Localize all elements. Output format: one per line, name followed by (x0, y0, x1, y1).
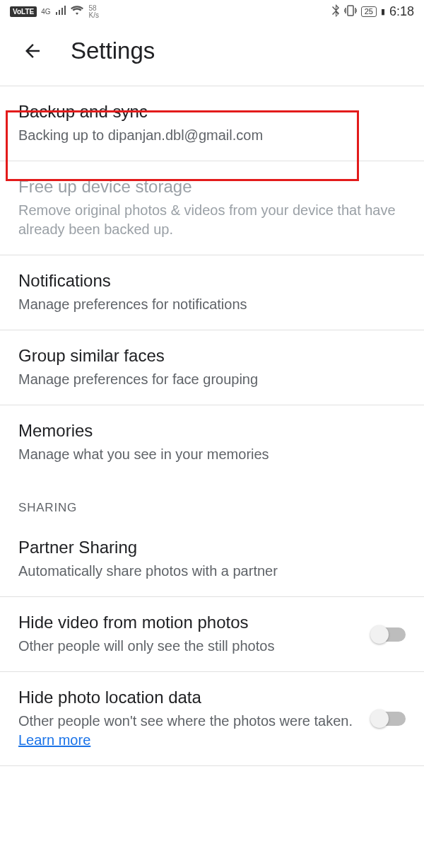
wifi-icon (71, 6, 83, 18)
setting-subtitle: Backing up to dipanjan.dbl@gmail.com (18, 126, 406, 145)
battery-level: 25 (361, 6, 377, 17)
signal-icon (55, 6, 66, 18)
setting-subtitle: Manage preferences for notifications (18, 295, 406, 314)
vibrate-icon (344, 5, 357, 18)
app-header: Settings (0, 22, 424, 86)
network-type: 4G (41, 8, 50, 16)
setting-subtitle: Other people will only see the still pho… (18, 637, 360, 656)
bluetooth-icon (331, 4, 340, 19)
setting-memories[interactable]: Memories Manage what you see in your mem… (0, 405, 424, 480)
toggle-knob (370, 625, 389, 644)
status-right: 25 ▮ 6:18 (331, 4, 414, 19)
setting-title: Hide photo location data (18, 688, 360, 707)
setting-title: Hide video from motion photos (18, 613, 360, 632)
setting-notifications[interactable]: Notifications Manage preferences for not… (0, 255, 424, 330)
setting-subtitle: Remove original photos & videos from you… (18, 201, 406, 239)
setting-title: Partner Sharing (18, 538, 406, 557)
battery-tip: ▮ (381, 7, 385, 16)
setting-subtitle: Manage what you see in your memories (18, 445, 406, 464)
toggle-knob (370, 710, 389, 728)
setting-title: Backup and sync (18, 102, 406, 122)
setting-title: Free up device storage (18, 177, 406, 197)
toggle-hide-video[interactable] (372, 627, 406, 642)
divider (0, 765, 424, 766)
page-title: Settings (71, 37, 155, 64)
network-speed: 58 K/s (89, 5, 99, 19)
toggle-hide-location[interactable] (372, 712, 406, 726)
clock: 6:18 (389, 4, 414, 19)
setting-free-up-storage[interactable]: Free up device storage Remove original p… (0, 161, 424, 255)
setting-title: Memories (18, 421, 406, 441)
setting-title: Group similar faces (18, 346, 406, 366)
setting-title: Notifications (18, 271, 406, 291)
setting-partner-sharing[interactable]: Partner Sharing Automatically share phot… (0, 522, 424, 596)
back-button[interactable] (20, 38, 45, 64)
status-left: VoLTE 4G 58 K/s (10, 5, 99, 19)
status-bar: VoLTE 4G 58 K/s 25 ▮ 6:18 (0, 0, 424, 22)
setting-hide-location[interactable]: Hide photo location data Other people wo… (0, 672, 424, 765)
setting-subtitle: Manage preferences for face grouping (18, 370, 406, 389)
setting-backup-sync[interactable]: Backup and sync Backing up to dipanjan.d… (0, 86, 424, 161)
setting-hide-video[interactable]: Hide video from motion photos Other peop… (0, 597, 424, 671)
setting-subtitle: Automatically share photos with a partne… (18, 562, 406, 581)
section-header-sharing: SHARING (0, 480, 424, 522)
volte-badge: VoLTE (10, 6, 37, 17)
svg-rect-0 (348, 6, 353, 16)
learn-more-link[interactable]: Learn more (18, 732, 90, 748)
setting-group-faces[interactable]: Group similar faces Manage preferences f… (0, 330, 424, 405)
setting-subtitle: Other people won't see where the photos … (18, 712, 360, 750)
